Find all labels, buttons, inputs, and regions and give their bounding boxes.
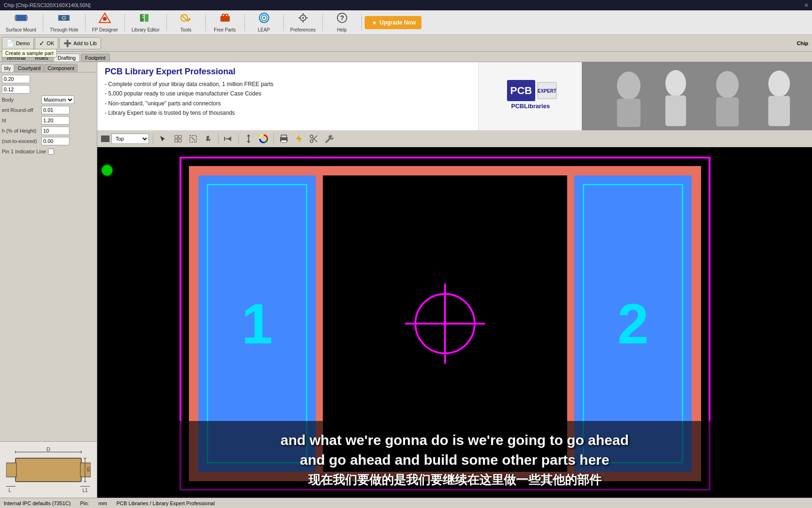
- ad-bullet-2: 5,000 popular ready to use unique manufa…: [105, 89, 471, 98]
- through-hole-button[interactable]: Through Hole: [46, 12, 82, 33]
- form-row-h-pct: h (% of Height): [2, 126, 95, 135]
- scissors-button[interactable]: [308, 133, 320, 145]
- upgrade-now-button[interactable]: ★ Upgrade Now: [365, 16, 422, 29]
- value1-input[interactable]: [2, 75, 30, 83]
- help-label: Help: [337, 27, 347, 32]
- toolbar-separator-5: [205, 14, 206, 31]
- pin1-label: Pin 1 Indicator Line: [2, 149, 46, 154]
- free-parts-label: Free Parts: [214, 27, 236, 32]
- help-icon: ?: [336, 12, 349, 26]
- upgrade-label: Upgrade Now: [380, 19, 416, 26]
- svg-rect-2: [26, 16, 28, 20]
- left-tabs: bly Courtyard Component: [0, 62, 97, 72]
- through-hole-label: Through Hole: [50, 27, 78, 32]
- back-button[interactable]: [222, 133, 234, 145]
- layer-dropdown[interactable]: Top Bottom: [111, 134, 149, 144]
- svg-rect-1: [15, 16, 16, 20]
- roundoff-input[interactable]: [41, 106, 70, 114]
- svg-rect-62: [179, 135, 181, 138]
- tooltip-box: Create a sample part: [2, 49, 57, 57]
- free-parts-icon: [219, 12, 232, 26]
- svg-rect-70: [226, 138, 228, 139]
- move-button[interactable]: [202, 133, 214, 145]
- svg-marker-73: [247, 135, 250, 136]
- library-editor-icon: [139, 12, 152, 26]
- form-row-value1: [2, 74, 95, 84]
- toolbar-separator: [43, 14, 43, 31]
- library-editor-button[interactable]: Library Editor: [128, 12, 163, 33]
- crosshair: [414, 293, 476, 354]
- vertical-line-button[interactable]: [242, 133, 255, 145]
- close-button[interactable]: ×: [804, 1, 808, 9]
- status-bar: Internal IPC defaults (7351C) Pin: mm PC…: [0, 498, 812, 508]
- svg-text:L: L: [8, 488, 11, 493]
- tab-drafting-label: Drafting: [58, 55, 76, 61]
- preferences-button[interactable]: Preferences: [287, 12, 320, 33]
- color-button[interactable]: [258, 133, 270, 145]
- flash-button[interactable]: [293, 133, 305, 145]
- select-all-icon: [174, 135, 182, 143]
- toolbar-separator-7: [283, 14, 284, 31]
- svg-rect-32: [6, 463, 16, 477]
- svg-text:PCBLibraries: PCBLibraries: [511, 103, 549, 110]
- title-text: Chip [Chip-RESC320X160X140L50N]: [4, 2, 91, 8]
- preferences-icon: [297, 12, 310, 26]
- preferences-label: Preferences: [290, 27, 316, 32]
- help-button[interactable]: ? Help: [326, 12, 359, 33]
- tab-footprint[interactable]: Footprint: [81, 54, 109, 62]
- svg-line-13: [181, 15, 187, 21]
- subtitle-chinese: 现在我们要做的是我们要继续在这里做一些其他的部件: [107, 472, 803, 488]
- add-to-lib-button[interactable]: ➕ Add to Lib: [59, 37, 101, 49]
- print-button[interactable]: [278, 133, 290, 145]
- free-parts-button[interactable]: Free Parts: [209, 12, 242, 33]
- tab-drafting[interactable]: Drafting: [54, 54, 80, 62]
- toolbar-separator-3: [125, 14, 125, 31]
- cursor-tool-button[interactable]: [157, 133, 169, 145]
- leap-button[interactable]: LEAP: [248, 12, 281, 33]
- svg-point-5: [63, 17, 65, 19]
- not-exceed-input[interactable]: [41, 137, 70, 145]
- demo-button[interactable]: 📄 Demo: [2, 37, 34, 49]
- svg-rect-78: [281, 140, 287, 143]
- ok-button[interactable]: ✓ OK: [35, 37, 58, 49]
- ad-banner: PCB Library Expert Professional Complete…: [97, 62, 812, 130]
- units-label: mm: [98, 500, 107, 506]
- left-tab-bly[interactable]: bly: [1, 64, 14, 72]
- leap-label: LEAP: [258, 27, 270, 32]
- h-pct-input[interactable]: [41, 127, 70, 135]
- svg-point-20: [263, 17, 265, 19]
- deselect-button[interactable]: [187, 133, 199, 145]
- tools-icon: [180, 12, 193, 26]
- svg-rect-71: [224, 137, 225, 141]
- svg-point-54: [665, 70, 686, 96]
- main-area: PCB Library Expert Professional Complete…: [97, 62, 812, 498]
- ad-bullet-4: Library Expert suite is trusted by tens …: [105, 108, 471, 118]
- ad-photo: [582, 62, 812, 130]
- left-tab-courtyard[interactable]: Courtyard: [15, 64, 44, 72]
- pin1-checkbox[interactable]: [48, 149, 54, 155]
- svg-marker-67: [206, 135, 211, 141]
- svg-rect-31: [16, 458, 81, 482]
- svg-marker-79: [296, 135, 302, 143]
- svg-marker-60: [160, 136, 165, 142]
- svg-text:★: ★: [372, 20, 376, 25]
- svg-rect-57: [716, 97, 739, 127]
- left-tab-component[interactable]: Component: [44, 64, 78, 72]
- fp-designer-button[interactable]: FP Designer: [88, 12, 122, 33]
- wrench-button[interactable]: [323, 133, 335, 145]
- toolbar-separator-2: [85, 14, 86, 31]
- surface-mount-button[interactable]: Surface Mount: [2, 12, 40, 33]
- through-hole-icon: [57, 12, 70, 26]
- toolbar-separator-6: [244, 14, 245, 31]
- value2-input[interactable]: [2, 85, 30, 94]
- pin-label: Pin:: [80, 500, 89, 506]
- ht-input[interactable]: [41, 116, 70, 125]
- form-row-not-exceed: (not-to-exceed): [2, 136, 95, 146]
- body-label: Body: [2, 97, 39, 103]
- select-all-button[interactable]: [172, 133, 184, 145]
- tools-button[interactable]: Tools: [170, 12, 203, 33]
- toolbar-separator-8: [322, 14, 323, 31]
- body-select[interactable]: Maximum Nominal Minimum: [41, 95, 74, 104]
- svg-point-56: [716, 71, 739, 98]
- green-status-dot: [102, 165, 112, 175]
